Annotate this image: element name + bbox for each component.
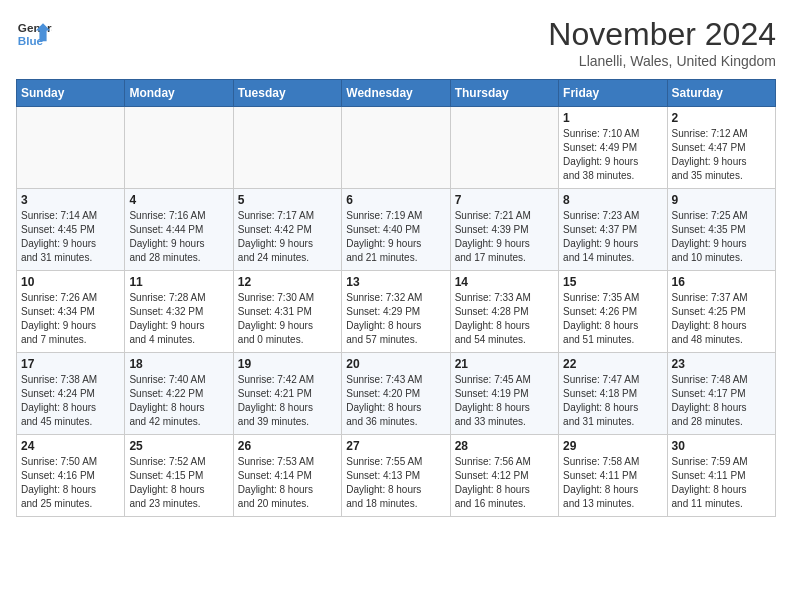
day-info: Sunrise: 7:14 AM Sunset: 4:45 PM Dayligh… [21, 209, 120, 265]
month-title: November 2024 [548, 16, 776, 53]
calendar-cell: 14Sunrise: 7:33 AM Sunset: 4:28 PM Dayli… [450, 271, 558, 353]
location: Llanelli, Wales, United Kingdom [548, 53, 776, 69]
day-number: 2 [672, 111, 771, 125]
day-number: 13 [346, 275, 445, 289]
day-info: Sunrise: 7:56 AM Sunset: 4:12 PM Dayligh… [455, 455, 554, 511]
calendar-cell: 24Sunrise: 7:50 AM Sunset: 4:16 PM Dayli… [17, 435, 125, 517]
day-info: Sunrise: 7:45 AM Sunset: 4:19 PM Dayligh… [455, 373, 554, 429]
day-number: 10 [21, 275, 120, 289]
weekday-header-thursday: Thursday [450, 80, 558, 107]
day-number: 5 [238, 193, 337, 207]
day-number: 18 [129, 357, 228, 371]
day-info: Sunrise: 7:55 AM Sunset: 4:13 PM Dayligh… [346, 455, 445, 511]
calendar-cell: 6Sunrise: 7:19 AM Sunset: 4:40 PM Daylig… [342, 189, 450, 271]
title-block: November 2024 Llanelli, Wales, United Ki… [548, 16, 776, 69]
calendar-cell: 30Sunrise: 7:59 AM Sunset: 4:11 PM Dayli… [667, 435, 775, 517]
day-info: Sunrise: 7:47 AM Sunset: 4:18 PM Dayligh… [563, 373, 662, 429]
day-number: 17 [21, 357, 120, 371]
day-info: Sunrise: 7:23 AM Sunset: 4:37 PM Dayligh… [563, 209, 662, 265]
day-number: 8 [563, 193, 662, 207]
calendar-cell: 16Sunrise: 7:37 AM Sunset: 4:25 PM Dayli… [667, 271, 775, 353]
day-info: Sunrise: 7:58 AM Sunset: 4:11 PM Dayligh… [563, 455, 662, 511]
day-info: Sunrise: 7:38 AM Sunset: 4:24 PM Dayligh… [21, 373, 120, 429]
day-number: 16 [672, 275, 771, 289]
calendar-cell: 19Sunrise: 7:42 AM Sunset: 4:21 PM Dayli… [233, 353, 341, 435]
calendar-cell: 11Sunrise: 7:28 AM Sunset: 4:32 PM Dayli… [125, 271, 233, 353]
calendar-cell: 2Sunrise: 7:12 AM Sunset: 4:47 PM Daylig… [667, 107, 775, 189]
day-info: Sunrise: 7:48 AM Sunset: 4:17 PM Dayligh… [672, 373, 771, 429]
day-number: 3 [21, 193, 120, 207]
day-number: 19 [238, 357, 337, 371]
calendar-cell: 15Sunrise: 7:35 AM Sunset: 4:26 PM Dayli… [559, 271, 667, 353]
calendar-cell: 5Sunrise: 7:17 AM Sunset: 4:42 PM Daylig… [233, 189, 341, 271]
calendar-cell: 1Sunrise: 7:10 AM Sunset: 4:49 PM Daylig… [559, 107, 667, 189]
day-info: Sunrise: 7:50 AM Sunset: 4:16 PM Dayligh… [21, 455, 120, 511]
day-number: 14 [455, 275, 554, 289]
day-number: 24 [21, 439, 120, 453]
day-number: 25 [129, 439, 228, 453]
calendar-cell: 21Sunrise: 7:45 AM Sunset: 4:19 PM Dayli… [450, 353, 558, 435]
day-info: Sunrise: 7:28 AM Sunset: 4:32 PM Dayligh… [129, 291, 228, 347]
day-info: Sunrise: 7:43 AM Sunset: 4:20 PM Dayligh… [346, 373, 445, 429]
calendar-cell: 10Sunrise: 7:26 AM Sunset: 4:34 PM Dayli… [17, 271, 125, 353]
day-info: Sunrise: 7:12 AM Sunset: 4:47 PM Dayligh… [672, 127, 771, 183]
day-number: 30 [672, 439, 771, 453]
calendar-cell: 27Sunrise: 7:55 AM Sunset: 4:13 PM Dayli… [342, 435, 450, 517]
day-info: Sunrise: 7:33 AM Sunset: 4:28 PM Dayligh… [455, 291, 554, 347]
day-info: Sunrise: 7:40 AM Sunset: 4:22 PM Dayligh… [129, 373, 228, 429]
calendar-week-1: 1Sunrise: 7:10 AM Sunset: 4:49 PM Daylig… [17, 107, 776, 189]
calendar-cell: 9Sunrise: 7:25 AM Sunset: 4:35 PM Daylig… [667, 189, 775, 271]
weekday-header-tuesday: Tuesday [233, 80, 341, 107]
day-number: 26 [238, 439, 337, 453]
day-info: Sunrise: 7:59 AM Sunset: 4:11 PM Dayligh… [672, 455, 771, 511]
day-number: 7 [455, 193, 554, 207]
calendar-cell [17, 107, 125, 189]
logo: General Blue [16, 16, 52, 52]
day-info: Sunrise: 7:10 AM Sunset: 4:49 PM Dayligh… [563, 127, 662, 183]
day-number: 27 [346, 439, 445, 453]
page-header: General Blue November 2024 Llanelli, Wal… [16, 16, 776, 69]
weekday-header-monday: Monday [125, 80, 233, 107]
day-number: 4 [129, 193, 228, 207]
calendar-cell: 17Sunrise: 7:38 AM Sunset: 4:24 PM Dayli… [17, 353, 125, 435]
calendar-cell: 25Sunrise: 7:52 AM Sunset: 4:15 PM Dayli… [125, 435, 233, 517]
calendar-table: SundayMondayTuesdayWednesdayThursdayFrid… [16, 79, 776, 517]
day-info: Sunrise: 7:17 AM Sunset: 4:42 PM Dayligh… [238, 209, 337, 265]
day-number: 9 [672, 193, 771, 207]
day-number: 6 [346, 193, 445, 207]
day-number: 23 [672, 357, 771, 371]
day-number: 20 [346, 357, 445, 371]
weekday-header-saturday: Saturday [667, 80, 775, 107]
weekday-header-row: SundayMondayTuesdayWednesdayThursdayFrid… [17, 80, 776, 107]
day-info: Sunrise: 7:37 AM Sunset: 4:25 PM Dayligh… [672, 291, 771, 347]
day-number: 15 [563, 275, 662, 289]
calendar-cell [125, 107, 233, 189]
calendar-cell [342, 107, 450, 189]
calendar-cell: 28Sunrise: 7:56 AM Sunset: 4:12 PM Dayli… [450, 435, 558, 517]
day-info: Sunrise: 7:35 AM Sunset: 4:26 PM Dayligh… [563, 291, 662, 347]
calendar-cell: 8Sunrise: 7:23 AM Sunset: 4:37 PM Daylig… [559, 189, 667, 271]
calendar-cell: 29Sunrise: 7:58 AM Sunset: 4:11 PM Dayli… [559, 435, 667, 517]
calendar-cell: 18Sunrise: 7:40 AM Sunset: 4:22 PM Dayli… [125, 353, 233, 435]
calendar-cell: 20Sunrise: 7:43 AM Sunset: 4:20 PM Dayli… [342, 353, 450, 435]
day-info: Sunrise: 7:30 AM Sunset: 4:31 PM Dayligh… [238, 291, 337, 347]
calendar-week-2: 3Sunrise: 7:14 AM Sunset: 4:45 PM Daylig… [17, 189, 776, 271]
day-number: 28 [455, 439, 554, 453]
calendar-week-3: 10Sunrise: 7:26 AM Sunset: 4:34 PM Dayli… [17, 271, 776, 353]
day-info: Sunrise: 7:21 AM Sunset: 4:39 PM Dayligh… [455, 209, 554, 265]
day-info: Sunrise: 7:32 AM Sunset: 4:29 PM Dayligh… [346, 291, 445, 347]
day-info: Sunrise: 7:42 AM Sunset: 4:21 PM Dayligh… [238, 373, 337, 429]
day-info: Sunrise: 7:52 AM Sunset: 4:15 PM Dayligh… [129, 455, 228, 511]
day-number: 22 [563, 357, 662, 371]
weekday-header-wednesday: Wednesday [342, 80, 450, 107]
day-number: 11 [129, 275, 228, 289]
calendar-cell: 4Sunrise: 7:16 AM Sunset: 4:44 PM Daylig… [125, 189, 233, 271]
calendar-week-4: 17Sunrise: 7:38 AM Sunset: 4:24 PM Dayli… [17, 353, 776, 435]
calendar-cell [450, 107, 558, 189]
calendar-cell: 26Sunrise: 7:53 AM Sunset: 4:14 PM Dayli… [233, 435, 341, 517]
day-info: Sunrise: 7:26 AM Sunset: 4:34 PM Dayligh… [21, 291, 120, 347]
day-info: Sunrise: 7:19 AM Sunset: 4:40 PM Dayligh… [346, 209, 445, 265]
calendar-cell [233, 107, 341, 189]
logo-icon: General Blue [16, 16, 52, 52]
day-info: Sunrise: 7:16 AM Sunset: 4:44 PM Dayligh… [129, 209, 228, 265]
